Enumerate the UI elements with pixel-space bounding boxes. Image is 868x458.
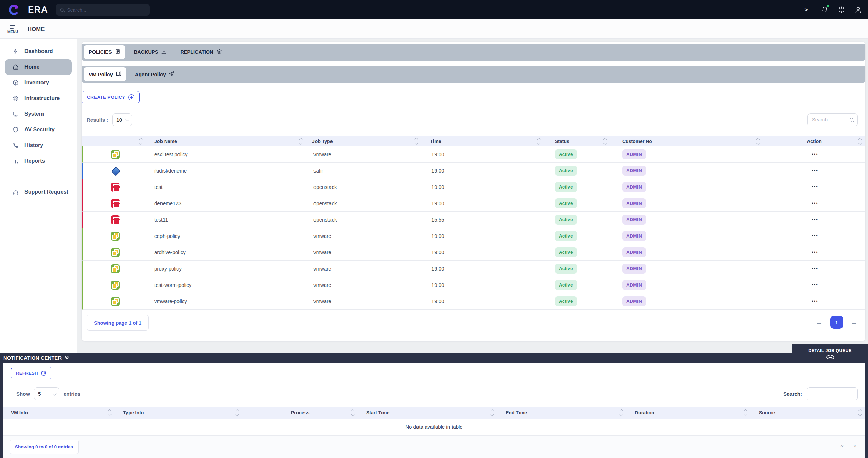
link-icon[interactable] <box>826 355 835 361</box>
table-row[interactable]: deneme123 openstack 19:00 Active ADMIN •… <box>82 195 865 212</box>
table-row[interactable]: test openstack 19:00 Active ADMIN ••• <box>82 179 865 195</box>
job-type-cell: vmware <box>307 244 423 260</box>
queue-search-input[interactable] <box>807 387 858 400</box>
global-search[interactable] <box>56 4 150 16</box>
sidebar-item-inventory[interactable]: Inventory <box>0 75 77 91</box>
first-page-button[interactable]: « <box>840 443 843 449</box>
notification-center-header[interactable]: NOTIFICATION CENTER <box>0 353 868 363</box>
column-header[interactable]: Job Type <box>306 136 422 146</box>
tab-label: POLICIES <box>89 49 112 55</box>
column-header[interactable]: Action <box>763 136 865 146</box>
table-row[interactable]: ikidiskdeneme safir 19:00 Active ADMIN •… <box>82 163 865 179</box>
prev-page-button[interactable]: ← <box>816 318 823 326</box>
table-row[interactable]: vmware-policy vmware 19:00 Active ADMIN … <box>82 293 865 310</box>
results-per-page-select[interactable]: 10 <box>112 113 132 126</box>
table-search[interactable] <box>807 113 858 126</box>
row-actions-button[interactable]: ••• <box>812 152 818 157</box>
sidebar-item-av-security[interactable]: AV Security <box>0 122 77 137</box>
sort-icon[interactable] <box>744 410 747 416</box>
job-queue-table-header: VM Info Type Info Process <box>3 407 865 419</box>
column-header[interactable]: Start Time <box>358 407 497 419</box>
table-row[interactable]: proxy-policy vmware 19:00 Active ADMIN •… <box>82 261 865 277</box>
sidebar-item-system[interactable]: System <box>0 106 77 122</box>
column-header[interactable]: VM Info <box>3 407 115 419</box>
column-label: Duration <box>635 410 654 415</box>
row-actions-button[interactable]: ••• <box>812 217 818 222</box>
table-row[interactable]: archive-policy vmware 19:00 Active ADMIN… <box>82 244 865 261</box>
column-header[interactable]: Job Name <box>146 136 306 146</box>
tab-agent-policy[interactable]: Agent Policy <box>130 67 180 81</box>
empty-table-message: No data available in table <box>3 419 865 436</box>
column-header[interactable]: Source <box>751 407 865 419</box>
table-row[interactable]: esxi test policy vmware 19:00 Active ADM… <box>82 146 865 163</box>
column-header[interactable] <box>82 136 146 146</box>
next-page-button[interactable]: → <box>851 318 858 326</box>
entries-per-page-select[interactable]: 5 <box>34 387 59 400</box>
sidebar-item-dashboard[interactable]: Dashboard <box>0 44 77 59</box>
detail-job-queue-tab[interactable]: DETAIL JOB QUEUE <box>792 344 868 353</box>
column-header[interactable]: Status <box>544 136 610 146</box>
column-header[interactable]: Duration <box>627 407 751 419</box>
tab-label: REPLICATION <box>180 49 213 55</box>
sidebar-item-home[interactable]: Home <box>5 59 72 75</box>
column-header[interactable]: Time <box>422 136 544 146</box>
sort-icon[interactable] <box>757 138 759 144</box>
sort-icon[interactable] <box>140 138 142 144</box>
tab-vm-policy[interactable]: VM Policy <box>84 67 126 81</box>
sort-icon[interactable] <box>236 410 238 416</box>
sort-icon[interactable] <box>859 138 861 144</box>
sort-icon[interactable] <box>604 138 606 144</box>
tab-replication[interactable]: REPLICATION <box>175 45 227 59</box>
table-row[interactable]: test11 openstack 15:55 Active ADMIN ••• <box>82 212 865 228</box>
sort-icon[interactable] <box>108 410 111 416</box>
queue-search-label: Search: <box>783 391 802 397</box>
terminal-icon[interactable]: >_ <box>805 6 812 13</box>
row-actions-button[interactable]: ••• <box>812 250 818 255</box>
tab-backups[interactable]: BACKUPS <box>129 45 172 59</box>
sort-icon[interactable] <box>538 138 540 144</box>
column-label: Status <box>555 138 569 144</box>
row-actions-button[interactable]: ••• <box>812 201 818 206</box>
column-header[interactable]: Process <box>242 407 358 419</box>
refresh-button[interactable]: REFRESH <box>11 367 51 379</box>
row-actions-button[interactable]: ••• <box>812 184 818 190</box>
sidebar-item-infrastructure[interactable]: Infrastructure <box>0 91 77 106</box>
table-row[interactable]: ceph-policy vmware 19:00 Active ADMIN ••… <box>82 228 865 244</box>
sort-icon[interactable] <box>415 138 418 144</box>
notifications-bell-icon[interactable] <box>821 6 829 14</box>
sidebar-item-reports[interactable]: Reports <box>0 153 77 169</box>
sort-icon[interactable] <box>620 410 623 416</box>
sidebar-item-label: AV Security <box>24 127 55 133</box>
column-header[interactable]: End Time <box>497 407 627 419</box>
global-search-input[interactable] <box>67 7 146 13</box>
table-search-input[interactable] <box>812 117 847 122</box>
row-actions-button[interactable]: ••• <box>812 168 818 173</box>
job-name-cell: archive-policy <box>148 244 307 260</box>
create-policy-button[interactable]: CREATE POLICY <box>82 91 140 103</box>
topbar: ERA >_ <box>0 0 868 19</box>
row-actions-button[interactable]: ••• <box>812 266 818 271</box>
job-name-cell: test11 <box>148 212 307 228</box>
row-actions-button[interactable]: ••• <box>812 282 818 288</box>
show-label: Show <box>16 391 30 397</box>
platform-icon <box>111 232 120 241</box>
menu-toggle-button[interactable]: MENU <box>7 24 18 34</box>
sort-icon[interactable] <box>859 410 861 416</box>
double-chevron-down-icon[interactable] <box>65 355 69 361</box>
last-page-button[interactable]: » <box>854 443 856 449</box>
user-profile-icon[interactable] <box>854 6 862 14</box>
sort-icon[interactable] <box>352 410 354 416</box>
row-actions-button[interactable]: ••• <box>812 233 818 239</box>
notification-dot <box>827 5 829 7</box>
sidebar-item-support-request[interactable]: Support Request <box>0 184 77 200</box>
column-header[interactable]: Customer No <box>610 136 763 146</box>
sort-icon[interactable] <box>300 138 302 144</box>
tab-policies[interactable]: POLICIES <box>84 45 125 59</box>
sort-icon[interactable] <box>491 410 493 416</box>
refresh-label: REFRESH <box>16 371 38 376</box>
sidebar-item-history[interactable]: History <box>0 137 77 153</box>
table-row[interactable]: test-worm-policy vmware 19:00 Active ADM… <box>82 277 865 293</box>
current-page-button[interactable]: 1 <box>830 316 843 329</box>
row-actions-button[interactable]: ••• <box>812 299 818 304</box>
column-header[interactable]: Type Info <box>115 407 242 419</box>
